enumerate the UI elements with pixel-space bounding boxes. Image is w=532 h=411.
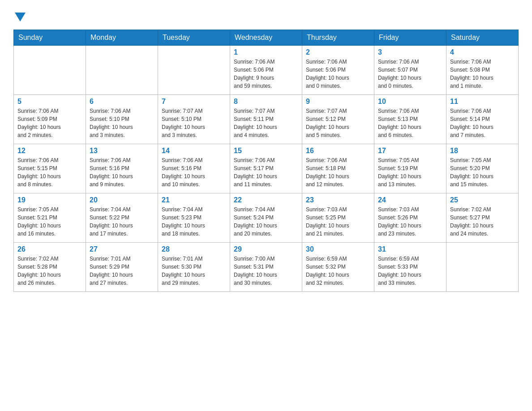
day-number: 17: [378, 147, 442, 155]
calendar-cell: 4Sunrise: 7:06 AM Sunset: 5:08 PM Daylig…: [446, 46, 519, 95]
day-info: Sunrise: 6:59 AM Sunset: 5:32 PM Dayligh…: [306, 255, 370, 287]
day-number: 26: [17, 245, 82, 253]
calendar-cell: 16Sunrise: 7:06 AM Sunset: 5:18 PM Dayli…: [302, 144, 374, 193]
logo-triangle-icon: [15, 13, 26, 21]
week-row-5: 26Sunrise: 7:02 AM Sunset: 5:28 PM Dayli…: [14, 243, 519, 292]
day-info: Sunrise: 7:03 AM Sunset: 5:25 PM Dayligh…: [306, 206, 370, 238]
day-number: 5: [17, 98, 82, 106]
day-info: Sunrise: 7:02 AM Sunset: 5:27 PM Dayligh…: [450, 206, 515, 238]
day-number: 21: [162, 196, 226, 204]
calendar-header-saturday: Saturday: [446, 30, 519, 46]
day-info: Sunrise: 7:06 AM Sunset: 5:13 PM Dayligh…: [378, 107, 442, 139]
day-number: 14: [162, 147, 226, 155]
calendar-cell: 11Sunrise: 7:06 AM Sunset: 5:14 PM Dayli…: [446, 95, 519, 144]
calendar-cell: 10Sunrise: 7:06 AM Sunset: 5:13 PM Dayli…: [374, 95, 446, 144]
day-number: 25: [450, 196, 515, 204]
week-row-3: 12Sunrise: 7:06 AM Sunset: 5:15 PM Dayli…: [14, 144, 519, 193]
day-info: Sunrise: 7:07 AM Sunset: 5:11 PM Dayligh…: [234, 107, 298, 139]
day-number: 31: [378, 245, 442, 253]
day-number: 29: [234, 245, 298, 253]
calendar-header-sunday: Sunday: [14, 30, 86, 46]
day-info: Sunrise: 7:06 AM Sunset: 5:17 PM Dayligh…: [234, 156, 298, 188]
day-info: Sunrise: 7:06 AM Sunset: 5:06 PM Dayligh…: [306, 58, 370, 90]
calendar-header-tuesday: Tuesday: [158, 30, 230, 46]
calendar-cell: 23Sunrise: 7:03 AM Sunset: 5:25 PM Dayli…: [302, 193, 374, 243]
day-info: Sunrise: 7:05 AM Sunset: 5:20 PM Dayligh…: [450, 156, 515, 188]
day-info: Sunrise: 7:06 AM Sunset: 5:09 PM Dayligh…: [17, 107, 82, 139]
day-info: Sunrise: 7:06 AM Sunset: 5:06 PM Dayligh…: [234, 58, 298, 90]
week-row-4: 19Sunrise: 7:05 AM Sunset: 5:21 PM Dayli…: [14, 193, 519, 243]
day-info: Sunrise: 7:06 AM Sunset: 5:10 PM Dayligh…: [90, 107, 154, 139]
calendar-cell: 9Sunrise: 7:07 AM Sunset: 5:12 PM Daylig…: [302, 95, 374, 144]
day-number: 23: [306, 196, 370, 204]
calendar-cell: 14Sunrise: 7:06 AM Sunset: 5:16 PM Dayli…: [158, 144, 230, 193]
calendar-cell: 5Sunrise: 7:06 AM Sunset: 5:09 PM Daylig…: [14, 95, 86, 144]
day-info: Sunrise: 7:00 AM Sunset: 5:31 PM Dayligh…: [234, 255, 298, 287]
day-number: 11: [450, 98, 515, 106]
day-number: 4: [450, 48, 515, 56]
calendar-header-friday: Friday: [374, 30, 446, 46]
day-info: Sunrise: 7:07 AM Sunset: 5:12 PM Dayligh…: [306, 107, 370, 139]
day-number: 13: [90, 147, 154, 155]
calendar-cell: [86, 46, 158, 95]
week-row-1: 1Sunrise: 7:06 AM Sunset: 5:06 PM Daylig…: [14, 46, 519, 95]
day-info: Sunrise: 7:06 AM Sunset: 5:18 PM Dayligh…: [306, 156, 370, 188]
calendar-cell: [446, 243, 519, 292]
day-number: 8: [234, 98, 298, 106]
day-number: 9: [306, 98, 370, 106]
day-number: 24: [378, 196, 442, 204]
day-number: 18: [450, 147, 515, 155]
calendar-cell: 26Sunrise: 7:02 AM Sunset: 5:28 PM Dayli…: [14, 243, 86, 292]
day-info: Sunrise: 7:05 AM Sunset: 5:21 PM Dayligh…: [17, 206, 82, 238]
day-info: Sunrise: 7:01 AM Sunset: 5:29 PM Dayligh…: [90, 255, 154, 287]
day-number: 12: [17, 147, 82, 155]
calendar-cell: 25Sunrise: 7:02 AM Sunset: 5:27 PM Dayli…: [446, 193, 519, 243]
calendar-table: SundayMondayTuesdayWednesdayThursdayFrid…: [13, 30, 519, 292]
day-number: 16: [306, 147, 370, 155]
calendar-cell: 22Sunrise: 7:04 AM Sunset: 5:24 PM Dayli…: [230, 193, 302, 243]
page-header: [13, 9, 519, 21]
day-number: 6: [90, 98, 154, 106]
day-info: Sunrise: 7:06 AM Sunset: 5:08 PM Dayligh…: [450, 58, 515, 90]
calendar-cell: 15Sunrise: 7:06 AM Sunset: 5:17 PM Dayli…: [230, 144, 302, 193]
day-number: 22: [234, 196, 298, 204]
calendar-cell: 27Sunrise: 7:01 AM Sunset: 5:29 PM Dayli…: [86, 243, 158, 292]
day-info: Sunrise: 7:07 AM Sunset: 5:10 PM Dayligh…: [162, 107, 226, 139]
day-number: 30: [306, 245, 370, 253]
calendar-cell: 12Sunrise: 7:06 AM Sunset: 5:15 PM Dayli…: [14, 144, 86, 193]
day-info: Sunrise: 7:04 AM Sunset: 5:24 PM Dayligh…: [234, 206, 298, 238]
logo: [13, 9, 26, 21]
day-number: 19: [17, 196, 82, 204]
calendar-cell: 30Sunrise: 6:59 AM Sunset: 5:32 PM Dayli…: [302, 243, 374, 292]
day-info: Sunrise: 6:59 AM Sunset: 5:33 PM Dayligh…: [378, 255, 442, 287]
day-info: Sunrise: 7:03 AM Sunset: 5:26 PM Dayligh…: [378, 206, 442, 238]
day-info: Sunrise: 7:06 AM Sunset: 5:15 PM Dayligh…: [17, 156, 82, 188]
calendar-cell: 2Sunrise: 7:06 AM Sunset: 5:06 PM Daylig…: [302, 46, 374, 95]
calendar-header-thursday: Thursday: [302, 30, 374, 46]
calendar-cell: [158, 46, 230, 95]
calendar-cell: 17Sunrise: 7:05 AM Sunset: 5:19 PM Dayli…: [374, 144, 446, 193]
calendar-cell: 3Sunrise: 7:06 AM Sunset: 5:07 PM Daylig…: [374, 46, 446, 95]
calendar-cell: 1Sunrise: 7:06 AM Sunset: 5:06 PM Daylig…: [230, 46, 302, 95]
day-number: 2: [306, 48, 370, 56]
day-number: 3: [378, 48, 442, 56]
calendar-cell: 8Sunrise: 7:07 AM Sunset: 5:11 PM Daylig…: [230, 95, 302, 144]
day-number: 15: [234, 147, 298, 155]
day-info: Sunrise: 7:06 AM Sunset: 5:14 PM Dayligh…: [450, 107, 515, 139]
calendar-cell: 21Sunrise: 7:04 AM Sunset: 5:23 PM Dayli…: [158, 193, 230, 243]
day-info: Sunrise: 7:06 AM Sunset: 5:16 PM Dayligh…: [90, 156, 154, 188]
day-info: Sunrise: 7:06 AM Sunset: 5:16 PM Dayligh…: [162, 156, 226, 188]
calendar-cell: 20Sunrise: 7:04 AM Sunset: 5:22 PM Dayli…: [86, 193, 158, 243]
day-number: 27: [90, 245, 154, 253]
day-number: 28: [162, 245, 226, 253]
day-number: 1: [234, 48, 298, 56]
day-number: 7: [162, 98, 226, 106]
day-info: Sunrise: 7:04 AM Sunset: 5:23 PM Dayligh…: [162, 206, 226, 238]
calendar-cell: 13Sunrise: 7:06 AM Sunset: 5:16 PM Dayli…: [86, 144, 158, 193]
calendar-header-wednesday: Wednesday: [230, 30, 302, 46]
calendar-cell: 6Sunrise: 7:06 AM Sunset: 5:10 PM Daylig…: [86, 95, 158, 144]
calendar-header-monday: Monday: [86, 30, 158, 46]
day-info: Sunrise: 7:05 AM Sunset: 5:19 PM Dayligh…: [378, 156, 442, 188]
calendar-cell: 19Sunrise: 7:05 AM Sunset: 5:21 PM Dayli…: [14, 193, 86, 243]
day-number: 20: [90, 196, 154, 204]
